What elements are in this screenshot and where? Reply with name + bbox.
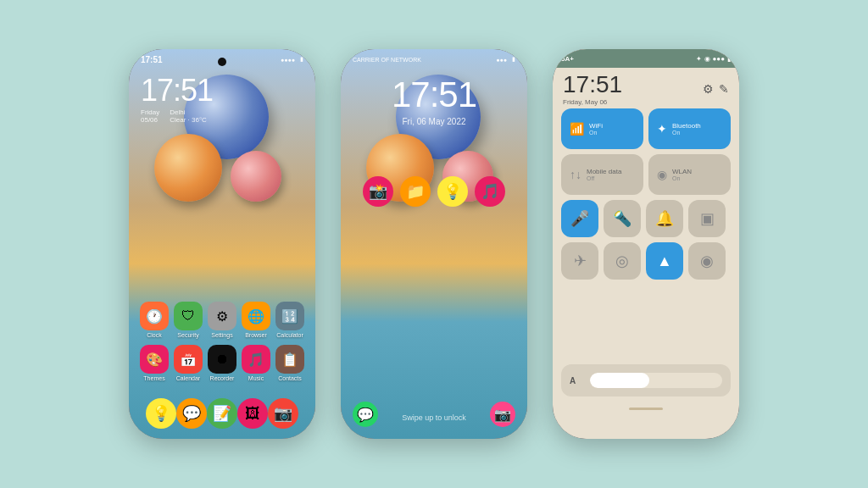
cc-tile-location[interactable]: ▲ [646,242,683,280]
cc-row-3: 🎤 🔦 🔔 ▣ [561,200,731,237]
cc-tile-mobile-data[interactable]: ↑↓ Mobile data Off [561,154,643,195]
flashlight-icon: 🔦 [613,209,632,228]
dock-gallery[interactable]: 🖼 [237,398,268,429]
cc-tile-flashlight[interactable]: 🔦 [604,200,641,237]
cc-action-icons: ⚙ ✎ [703,82,729,96]
dock-light[interactable]: 💡 [146,398,176,429]
app-calendar-icon: 📅 [174,345,203,374]
settings-icon[interactable]: ⚙ [703,82,714,96]
app-calendar[interactable]: 📅 Calendar [172,345,204,381]
wifi-tile-icon: 📶 [570,122,584,136]
punch-hole [218,58,226,66]
bluetooth-label: Bluetooth [672,122,701,130]
home-date-info: Friday 05/06 Delhi Clear · 36°C [141,108,213,124]
quick-app-music[interactable]: 🎵 [475,176,505,207]
home-time-display: 17:51 Friday 05/06 Delhi Clear · 36°C [141,73,213,124]
app-dock: 💡 💬 📝 🖼 📷 [129,398,315,429]
brightness-control[interactable]: A [561,364,731,396]
cc-tile-eye2[interactable]: ◉ [688,242,726,280]
quick-app-light[interactable]: 💡 [437,176,468,207]
cc-tile-eye[interactable]: ◎ [604,242,641,280]
app-contacts[interactable]: 📋 Contacts [274,345,306,381]
cc-row-4: ✈ ◎ ▲ ◉ [561,242,731,280]
app-browser-label: Browser [245,332,267,338]
app-recorder-label: Recorder [210,375,235,381]
cc-row-1: 📶 WiFi On ✦ Bluetooth On [561,108,731,149]
cc-tile-bell[interactable]: 🔔 [646,200,683,237]
app-themes-label: Themes [143,375,164,381]
cc-tile-airplane[interactable]: ✈ [561,242,598,280]
app-settings-label: Settings [211,332,232,338]
quick-app-camera[interactable]: 📸 [363,176,393,207]
app-recorder[interactable]: ⏺ Recorder [206,345,238,381]
app-music[interactable]: 🎵 Music [240,345,272,381]
bluetooth-tile-icon: ✦ [657,122,667,136]
home-clock: 17:51 [141,73,213,108]
dock-camera[interactable]: 📷 [268,398,298,429]
cc-tile-screen-record[interactable]: ▣ [688,200,726,237]
cc-tile-wlan[interactable]: ◉ WLAN On [648,154,731,195]
app-calendar-label: Calendar [176,375,200,381]
lockscreen-quick-apps: 📸 📁 💡 🎵 [363,176,505,207]
dock-note[interactable]: 📝 [207,398,237,429]
app-browser[interactable]: 🌐 Browser [240,302,272,338]
cc-clock: 17:51 [563,71,622,98]
lockscreen-date: Fri, 06 May 2022 [392,117,476,126]
home-location: Delhi [170,108,207,116]
app-settings-icon: ⚙ [208,302,236,330]
phone-1: 17:51 ●●●● ▮ 17:51 Friday 05/06 Delhi Cl… [129,49,315,439]
app-security-label: Security [177,332,198,338]
cc-tile-bluetooth[interactable]: ✦ Bluetooth On [648,108,731,149]
app-contacts-icon: 📋 [275,345,304,374]
status-time: 17:51 [141,55,163,64]
cc-tile-wifi[interactable]: 📶 WiFi On [561,108,643,149]
app-themes[interactable]: 🎨 Themes [138,345,170,381]
home-date: 05/06 [141,116,159,124]
cc-carrier: 5A+ [561,55,574,63]
lockscreen-clock: 17:51 [392,75,476,115]
app-grid: 🕐 Clock 🛡 Security ⚙ Settings 🌐 Browser … [129,302,315,388]
lockscreen-status-bar: CARRIER OF NETWORK ●●● ▮ [341,49,527,69]
app-clock[interactable]: 🕐 Clock [138,302,170,338]
app-music-icon: 🎵 [242,345,270,374]
bluetooth-sub: On [672,130,701,136]
brightness-icon: A [570,376,583,385]
quick-app-folder[interactable]: 📁 [400,176,431,207]
app-music-label: Music [248,375,264,381]
carrier-text: CARRIER OF NETWORK [353,57,421,63]
wlan-text: WLAN On [672,168,692,181]
wifi-tile-text: WiFi On [589,122,603,136]
location-icon: ▲ [657,252,672,270]
phone-3: 5A+ ✦ ◉ ●●● ▮ 17:51 Friday, May 06 ⚙ ✎ [553,49,739,439]
battery-status-icon: ▮ [727,55,731,63]
wifi-status-icon: ◉ [704,55,710,63]
home-weather: Clear · 36°C [170,116,207,124]
app-clock-label: Clock [147,332,162,338]
lockscreen-time-display: 17:51 Fri, 06 May 2022 [392,75,476,126]
cc-time-row: 17:51 Friday, May 06 ⚙ ✎ [563,71,729,106]
sphere-pink [231,151,281,202]
edit-icon[interactable]: ✎ [719,82,729,96]
cc-date: Friday, May 06 [563,98,622,106]
app-calculator-icon: 🔢 [275,302,304,330]
bluetooth-tile-text: Bluetooth On [672,122,701,136]
cc-tile-mic[interactable]: 🎤 [561,200,598,237]
lockscreen-camera-shortcut[interactable]: 📷 [490,402,515,427]
dock-messages[interactable]: 💬 [176,398,207,429]
brightness-fill [590,373,649,388]
app-calculator[interactable]: 🔢 Calculator [274,302,306,338]
cc-grid: 📶 WiFi On ✦ Bluetooth On ↑↓ [561,108,731,285]
lockscreen-whatsapp[interactable]: 💬 [353,402,378,427]
swipe-unlock-text: Swipe up to unlock [402,413,466,422]
airplane-icon: ✈ [574,252,587,270]
app-browser-icon: 🌐 [242,302,270,330]
status-icons: ●●●● ▮ [281,56,303,63]
brightness-bar[interactable] [590,373,722,388]
app-row-2: 🎨 Themes 📅 Calendar ⏺ Recorder 🎵 Music 📋 [137,345,307,381]
app-recorder-icon: ⏺ [208,345,236,374]
app-settings[interactable]: ⚙ Settings [206,302,238,338]
signal-status-icon: ●●● [713,55,726,63]
wlan-icon: ◉ [657,168,667,181]
mobile-data-text: Mobile data Off [587,168,621,181]
app-security[interactable]: 🛡 Security [172,302,204,338]
